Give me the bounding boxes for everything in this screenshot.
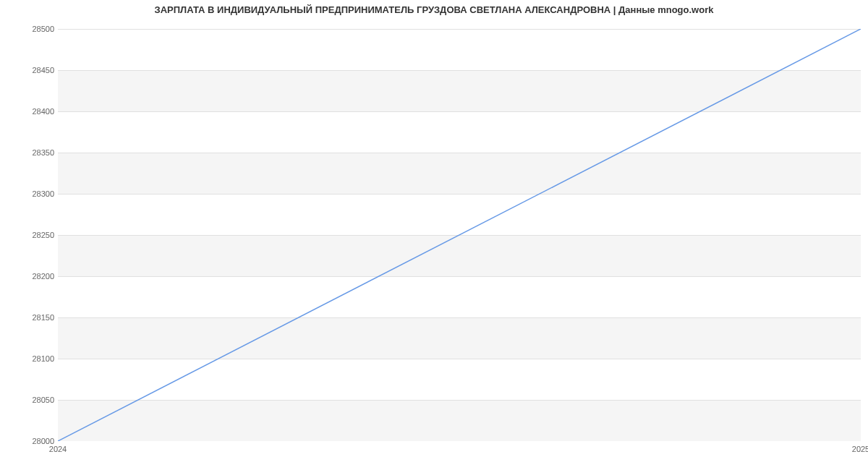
y-tick-label: 28400	[25, 107, 54, 116]
x-tick-label: 2025	[852, 445, 868, 453]
y-tick-label: 28050	[25, 396, 54, 404]
y-tick-label: 28350	[25, 148, 54, 157]
series-line	[58, 29, 861, 441]
y-tick-label: 28450	[25, 66, 54, 74]
x-tick-label: 2024	[49, 445, 67, 453]
chart-title: ЗАРПЛАТА В ИНДИВИДУАЛЬНЫЙ ПРЕДПРИНИМАТЕЛ…	[0, 4, 868, 15]
y-tick-label: 28100	[25, 354, 54, 363]
line-series	[58, 29, 861, 441]
y-tick-label: 28150	[25, 313, 54, 322]
chart-container: ЗАРПЛАТА В ИНДИВИДУАЛЬНЫЙ ПРЕДПРИНИМАТЕЛ…	[0, 0, 868, 470]
y-tick-label: 28300	[25, 189, 54, 198]
y-tick-label: 28200	[25, 272, 54, 281]
y-tick-label: 28250	[25, 231, 54, 239]
y-tick-label: 28500	[25, 25, 54, 33]
plot-area	[58, 29, 861, 441]
